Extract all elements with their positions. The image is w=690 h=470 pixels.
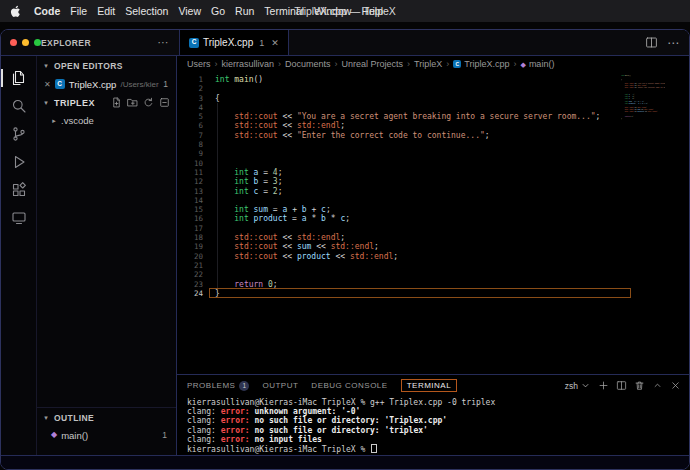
code-line-24[interactable]: 24} bbox=[177, 289, 689, 298]
folder-vscode[interactable]: ▸ .vscode bbox=[37, 112, 176, 129]
close-editor-icon[interactable]: ✕ bbox=[44, 80, 51, 89]
outline-section-header[interactable]: ▾ OUTLINE bbox=[37, 407, 176, 427]
line-number: 4 bbox=[177, 103, 203, 112]
new-folder-icon[interactable] bbox=[127, 97, 138, 108]
code-line-18[interactable]: 18 std::cout << std::endl; bbox=[177, 233, 689, 242]
activity-search-icon[interactable] bbox=[1, 92, 37, 120]
minimize-window-button[interactable] bbox=[22, 39, 29, 46]
code-token: << bbox=[316, 242, 326, 251]
code-line-22[interactable]: 22 bbox=[177, 270, 689, 279]
code-line-2[interactable]: 2 bbox=[177, 84, 689, 93]
code-line-15[interactable]: 15 int sum = a + b + c; bbox=[177, 205, 689, 214]
panel-tab-terminal[interactable]: TERMINAL bbox=[401, 379, 457, 392]
code-line-8[interactable]: 8 bbox=[177, 140, 689, 149]
code-line-14[interactable]: 14 bbox=[177, 196, 689, 205]
line-number: 23 bbox=[177, 280, 203, 289]
panel-tab-output[interactable]: OUTPUT bbox=[262, 381, 298, 390]
code-line-12[interactable]: 12 int b = 3; bbox=[177, 177, 689, 186]
outline-item-label: main() bbox=[61, 430, 88, 441]
breadcrumb-item[interactable]: CTripleX.cpp bbox=[453, 59, 509, 69]
shell-selector[interactable]: zsh bbox=[565, 380, 591, 391]
code-editor[interactable]: 1int main()23{45 std::cout << "You are a… bbox=[177, 72, 689, 374]
code-line-6[interactable]: 6 std::cout << std::endl; bbox=[177, 121, 689, 130]
menu-item-selection[interactable]: Selection bbox=[125, 5, 168, 17]
code-token: "Enter the correct code to continue..." bbox=[297, 131, 485, 140]
open-editors-title: OPEN EDITORS bbox=[54, 61, 123, 71]
code-line-10[interactable]: 10 bbox=[177, 159, 689, 168]
code-text bbox=[203, 224, 215, 233]
collapse-folders-icon[interactable] bbox=[159, 97, 170, 108]
activity-extensions-icon[interactable] bbox=[1, 176, 37, 204]
code-line-16[interactable]: 16 int product = a * b * c; bbox=[177, 214, 689, 223]
menu-item-code[interactable]: Code bbox=[34, 5, 60, 17]
activity-remote-explorer-icon[interactable] bbox=[1, 204, 37, 232]
menu-item-file[interactable]: File bbox=[70, 5, 87, 17]
outline-item-main[interactable]: ◆ main() 1 bbox=[37, 427, 176, 443]
code-token: ; bbox=[278, 168, 283, 177]
code-token: std::endl bbox=[297, 121, 340, 130]
project-section-header[interactable]: ▾ TRIPLEX bbox=[37, 93, 176, 112]
panel-tab-debug-console[interactable]: DEBUG CONSOLE bbox=[311, 381, 387, 390]
code-text: int main() bbox=[203, 75, 263, 84]
kill-terminal-icon[interactable] bbox=[634, 380, 645, 391]
code-line-21[interactable]: 21 bbox=[177, 261, 689, 270]
activity-explorer-icon[interactable] bbox=[1, 64, 37, 92]
breadcrumb-item[interactable]: ◆main() bbox=[520, 59, 554, 69]
open-editor-item[interactable]: ✕ C TripleX.cpp /Users/kierras... 1 bbox=[37, 75, 176, 93]
breadcrumb-item[interactable]: Users bbox=[187, 59, 211, 69]
apple-icon[interactable] bbox=[10, 5, 21, 18]
panel-tab-problems[interactable]: PROBLEMS1 bbox=[187, 381, 249, 391]
code-line-20[interactable]: 20 std::cout << product << std::endl; bbox=[177, 252, 689, 261]
code-token: int bbox=[234, 187, 248, 196]
tab-triplex-cpp[interactable]: C TripleX.cpp 1 ✕ bbox=[180, 30, 289, 55]
new-file-icon[interactable] bbox=[111, 97, 122, 108]
minimap-token: std::endl bbox=[648, 110, 657, 112]
code-line-7[interactable]: 7 std::cout << "Enter the correct code t… bbox=[177, 131, 689, 140]
breadcrumb-separator: › bbox=[335, 59, 338, 69]
explorer-more-actions-icon[interactable]: ⋯ bbox=[158, 36, 169, 49]
code-line-23[interactable]: 23 return 0; bbox=[177, 280, 689, 289]
line-number: 14 bbox=[177, 196, 203, 205]
code-line-4[interactable]: 4 bbox=[177, 103, 689, 112]
close-window-button[interactable] bbox=[10, 39, 17, 46]
zoom-window-button[interactable] bbox=[34, 39, 41, 46]
terminal[interactable]: kierrasullivan@Kierras-iMac TripleX % g+… bbox=[177, 396, 689, 455]
breadcrumb-item[interactable]: Documents bbox=[285, 59, 331, 69]
split-editor-icon[interactable] bbox=[645, 36, 658, 49]
tab-close-icon[interactable]: ✕ bbox=[271, 38, 279, 48]
code-line-5[interactable]: 5 std::cout << "You are a secret agent b… bbox=[177, 112, 689, 121]
split-terminal-icon[interactable] bbox=[616, 380, 627, 391]
code-line-11[interactable]: 11 int a = 4; bbox=[177, 168, 689, 177]
new-terminal-icon[interactable] bbox=[598, 380, 609, 391]
terminal-line: clang: error: no such file or directory:… bbox=[187, 426, 681, 435]
more-actions-icon[interactable]: ⋯ bbox=[667, 36, 679, 50]
activity-run-debug-icon[interactable] bbox=[1, 148, 37, 176]
breadcrumb-item[interactable]: Unreal Projects bbox=[342, 59, 404, 69]
menu-item-edit[interactable]: Edit bbox=[97, 5, 115, 17]
refresh-explorer-icon[interactable] bbox=[143, 97, 154, 108]
activity-source-control-icon[interactable] bbox=[1, 120, 37, 148]
code-line-3[interactable]: 3{ bbox=[177, 94, 689, 103]
code-token: ; bbox=[485, 131, 490, 140]
code-line-13[interactable]: 13 int c = 2; bbox=[177, 187, 689, 196]
breadcrumb-item[interactable]: kierrasullivan bbox=[222, 59, 275, 69]
line-number: 15 bbox=[177, 205, 203, 214]
minimap[interactable]: int main() { std::cout << "You are a sec… bbox=[621, 75, 665, 147]
menu-item-view[interactable]: View bbox=[178, 5, 201, 17]
code-line-17[interactable]: 17 bbox=[177, 224, 689, 233]
code-token: product bbox=[254, 214, 288, 223]
breadcrumb-item[interactable]: TripleX bbox=[414, 59, 442, 69]
breadcrumb-label: Unreal Projects bbox=[342, 59, 404, 69]
code-line-19[interactable]: 19 std::cout << sum << std::endl; bbox=[177, 242, 689, 251]
code-token: std::cout bbox=[234, 252, 277, 261]
close-panel-icon[interactable] bbox=[670, 380, 681, 391]
code-text bbox=[203, 159, 215, 168]
code-token bbox=[215, 112, 234, 121]
menu-item-run[interactable]: Run bbox=[235, 5, 254, 17]
open-editors-section-header[interactable]: ▾ OPEN EDITORS bbox=[37, 56, 176, 75]
code-line-9[interactable]: 9 bbox=[177, 149, 689, 158]
maximize-panel-icon[interactable] bbox=[652, 380, 663, 391]
code-line-1[interactable]: 1int main() bbox=[177, 75, 689, 84]
code-token: ; bbox=[273, 280, 278, 289]
menu-item-go[interactable]: Go bbox=[211, 5, 225, 17]
